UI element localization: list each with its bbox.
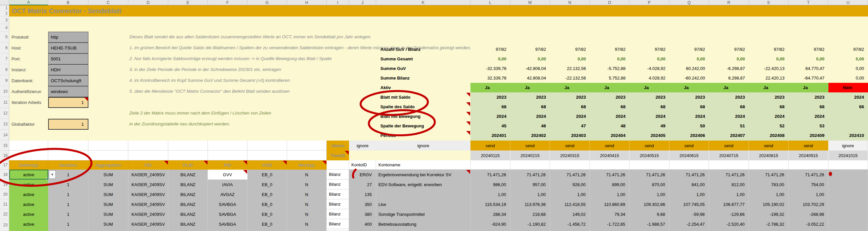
- table-value-r4-R[interactable]: -129,66: [709, 209, 749, 219]
- matrix-cell-blatt_mit_saldo-U[interactable]: 2024: [829, 92, 868, 102]
- col-header-L[interactable]: L: [470, 0, 510, 5]
- table-value-r3-P[interactable]: 109.302,86: [629, 199, 670, 209]
- row-header-13[interactable]: 13: [0, 119, 9, 130]
- matrix-cell-summe_gesamt-S[interactable]: 0,00: [749, 54, 788, 64]
- aktion-cell-N[interactable]: send: [550, 141, 590, 150]
- empty-cell-F-16[interactable]: [208, 150, 247, 161]
- matrix-cell-summe_bilanz-Q[interactable]: -60.242,00: [670, 73, 709, 83]
- table-cell-r1-kontoid[interactable]: 27: [349, 179, 376, 190]
- col-header-S[interactable]: S: [749, 0, 788, 5]
- table-value-r5-T[interactable]: -3.052,22: [788, 219, 829, 229]
- table-value-r5-Q[interactable]: -2.254,47: [670, 219, 709, 229]
- table-header-werttyp[interactable]: Werttyp: [287, 161, 327, 170]
- col-header-E[interactable]: E: [168, 0, 208, 5]
- timeid-cell-T[interactable]: 20240915: [788, 150, 829, 161]
- matrix-cell-summe_gesamt-U[interactable]: 0,00: [829, 54, 868, 64]
- aktion-row-label[interactable]: Aktion: [327, 141, 349, 150]
- matrix-cell-summe_bilanz-O[interactable]: 5.752,88: [590, 73, 629, 83]
- config-value-globalfaktor[interactable]: 1: [48, 119, 88, 130]
- matrix-cell-anzahl-T[interactable]: 97/82: [788, 45, 829, 54]
- aktion-cell-O[interactable]: send: [590, 141, 629, 150]
- table-header-vsid[interactable]: VSID: [247, 161, 287, 170]
- table-value-r0-U[interactable]: [829, 170, 868, 179]
- matrix-cell-aktiv-T[interactable]: Ja: [788, 83, 829, 92]
- matrix-cell-spalte_der_bewegung-S[interactable]: 52: [749, 121, 788, 131]
- matrix-cell-blatt_mit_saldo-N[interactable]: 2023: [550, 92, 590, 102]
- table-value-r4-U[interactable]: [829, 209, 868, 219]
- table-value-r5-S[interactable]: -2.786,32: [749, 219, 788, 229]
- matrix-cell-spalte_der_bewegung-T[interactable]: 53: [788, 121, 829, 131]
- matrix-cell-spalte_des_saldo-T[interactable]: 68: [788, 102, 829, 112]
- matrix-cell-aktiv-S[interactable]: Ja: [749, 83, 788, 92]
- col-header-G[interactable]: G: [247, 0, 287, 5]
- matrix-cell-summe_bilanz-L[interactable]: 32.339,76: [470, 73, 510, 83]
- table-value-r3-T[interactable]: 103.702,29: [788, 199, 829, 209]
- matrix-cell-spalte_des_saldo-P[interactable]: 68: [629, 102, 670, 112]
- row-header-23[interactable]: 23: [0, 219, 9, 231]
- matrix-cell-summe_guv-U[interactable]: 0,00: [829, 64, 868, 73]
- table-cell-r1-vsid[interactable]: EB_0: [247, 179, 287, 190]
- matrix-cell-aktiv-L[interactable]: Ja: [470, 83, 510, 92]
- empty-cell-Q-17[interactable]: [670, 161, 709, 170]
- matrix-cell-summe_guv-P[interactable]: -4.028,92: [629, 64, 670, 73]
- table-value-r0-O[interactable]: 71.471,26: [590, 170, 629, 179]
- table-value-r4-S[interactable]: -199,32: [749, 209, 788, 219]
- table-value-r0-N[interactable]: 71.471,26: [550, 170, 590, 179]
- table-cell-r4-fid[interactable]: KAISER_2409SV: [128, 209, 168, 219]
- timeid-cell-O[interactable]: 20240415: [590, 150, 629, 161]
- empty-cell-M-17[interactable]: [510, 161, 550, 170]
- matrix-cell-blatt_mit_saldo-M[interactable]: 2023: [510, 92, 550, 102]
- empty-cell-C-16[interactable]: [88, 150, 128, 161]
- col-header-P[interactable]: P: [629, 0, 670, 5]
- matrix-cell-spalte_der_bewegung-P[interactable]: 49: [629, 121, 670, 131]
- matrix-cell-anzahl-S[interactable]: 97/82: [749, 45, 788, 54]
- aktion-cell-M[interactable]: send: [510, 141, 550, 150]
- table-cell-r2-iteration[interactable]: 1: [48, 190, 88, 199]
- matrix-cell-blatt_mit_bewegung-R[interactable]: 2024: [709, 112, 749, 121]
- empty-cell-L-17[interactable]: [470, 161, 510, 170]
- matrix-cell-spalte_des_saldo-S[interactable]: 68: [749, 102, 788, 112]
- table-value-r6-L[interactable]: [470, 229, 510, 231]
- empty-cell-P-17[interactable]: [629, 161, 670, 170]
- table-value-r2-O[interactable]: 1,00: [590, 190, 629, 199]
- table-value-r1-T[interactable]: 754,00: [788, 179, 829, 190]
- table-cell-r1-plid[interactable]: BILANZ: [168, 179, 208, 190]
- table-header-iteration[interactable]: Iteration: [48, 161, 88, 170]
- kontoname-header[interactable]: Kontoname: [376, 161, 470, 170]
- matrix-cell-blatt_mit_bewegung-T[interactable]: 2024: [788, 112, 829, 121]
- empty-cell-B-16[interactable]: [48, 150, 88, 161]
- matrix-cell-summe_bilanz-R[interactable]: 6.298,87: [709, 73, 749, 83]
- table-value-r4-L[interactable]: 288,34: [470, 209, 510, 219]
- empty-cell-E-15[interactable]: [168, 141, 208, 150]
- matrix-cell-spalte_der_bewegung-L[interactable]: 45: [470, 121, 510, 131]
- table-cell-r4-plid[interactable]: BILANZ: [168, 209, 208, 219]
- matrix-cell-spalte_der_bewegung-M[interactable]: 46: [510, 121, 550, 131]
- empty-cell-H-16[interactable]: [287, 150, 327, 161]
- matrix-cell-summe_guv-T[interactable]: 64.770,47: [788, 64, 829, 73]
- table-cell-r5-werttyp[interactable]: N: [287, 219, 327, 229]
- aktion-cell-T[interactable]: send: [788, 141, 829, 150]
- row-header-20[interactable]: 20: [0, 190, 9, 199]
- table-cell-r2-kontoname[interactable]: [376, 190, 470, 199]
- matrix-cell-aktiv-P[interactable]: Ja: [629, 83, 670, 92]
- matrix-cell-anzahl-M[interactable]: 97/82: [510, 45, 550, 54]
- row-header-22[interactable]: 22: [0, 209, 9, 219]
- table-cell-r3-werttyp[interactable]: N: [287, 199, 327, 209]
- row-header-7[interactable]: 7: [0, 54, 9, 64]
- table-value-r1-R[interactable]: 812,00: [709, 179, 749, 190]
- table-value-r2-M[interactable]: 1,00: [510, 190, 550, 199]
- table-cell-r4-kontoname[interactable]: Sonstige Transportmittel: [376, 209, 470, 219]
- matrix-cell-periode-N[interactable]: 202403: [550, 131, 590, 140]
- empty-cell-E-16[interactable]: [168, 150, 208, 161]
- table-value-r2-R[interactable]: 1,00: [709, 190, 749, 199]
- matrix-cell-summe_gesamt-M[interactable]: 0,00: [510, 54, 550, 64]
- table-value-r1-L[interactable]: 986,00: [470, 179, 510, 190]
- config-value-protokoll[interactable]: http: [48, 32, 88, 42]
- empty-cell-B-15[interactable]: [48, 141, 88, 150]
- row-header-21[interactable]: 21: [0, 199, 9, 209]
- empty-cell-A-16[interactable]: [9, 150, 48, 161]
- matrix-cell-summe_bilanz-P[interactable]: 4.028,92: [629, 73, 670, 83]
- table-cell-r0-plid[interactable]: BILANZ: [168, 170, 208, 179]
- matrix-cell-blatt_mit_bewegung-N[interactable]: 2024: [550, 112, 590, 121]
- empty-cell-F-15[interactable]: [208, 141, 247, 150]
